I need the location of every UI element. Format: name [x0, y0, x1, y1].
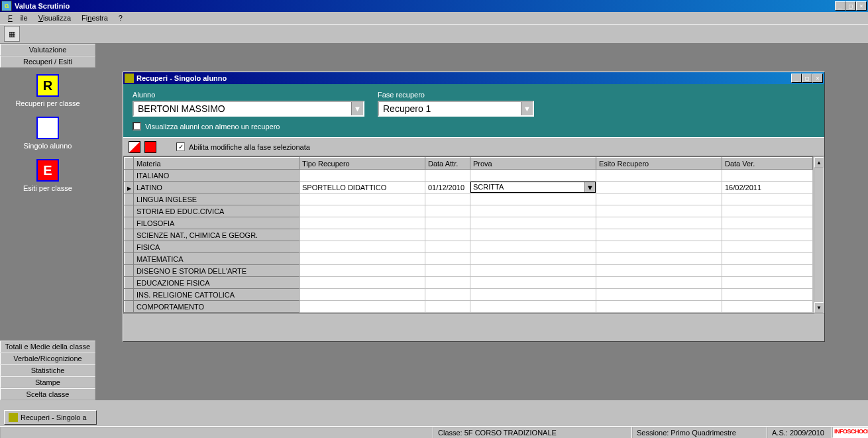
cell-tipo[interactable] [299, 241, 425, 253]
cell-data-ver[interactable] [722, 253, 813, 265]
table-row[interactable]: INS. RELIGIONE CATTOLICA [125, 289, 813, 301]
cell-esito[interactable] [596, 289, 722, 301]
cell-prova[interactable] [470, 301, 596, 313]
cell-materia[interactable]: SCIENZE NAT., CHIMICA E GEOGR. [134, 229, 299, 241]
table-row[interactable]: DISEGNO E STORIA DELL'ARTE [125, 265, 813, 277]
cell-prova[interactable] [470, 193, 596, 205]
cell-data-ver[interactable] [722, 217, 813, 229]
prova-combo[interactable]: SCRITTA▼ [470, 182, 596, 193]
sidebar-statistiche[interactable]: Statistiche [0, 364, 95, 376]
cell-prova[interactable]: SCRITTA▼ [470, 182, 596, 193]
dialog-minimize-button[interactable]: _ [791, 74, 802, 83]
cell-esito[interactable] [596, 205, 722, 217]
cell-esito[interactable] [596, 241, 722, 253]
cell-materia[interactable]: MATEMATICA [134, 253, 299, 265]
cell-data-attr[interactable] [425, 241, 470, 253]
cell-prova[interactable] [470, 170, 596, 182]
cell-data-attr[interactable] [425, 253, 470, 265]
menu-visualizza[interactable]: Visualizza [34, 13, 75, 23]
cell-data-attr[interactable] [425, 193, 470, 205]
sidebar-item-singolo-alunno[interactable]: 123 Singolo alunno [0, 117, 95, 150]
cell-prova[interactable] [470, 241, 596, 253]
cell-tipo[interactable] [299, 205, 425, 217]
fase-combo[interactable]: Recupero 1 ▼ [378, 101, 534, 117]
sidebar-scelta-classe[interactable]: Scelta classe [0, 388, 95, 400]
cell-data-attr[interactable] [425, 289, 470, 301]
cell-esito[interactable] [596, 217, 722, 229]
cell-data-ver[interactable] [722, 277, 813, 289]
cell-prova[interactable] [470, 205, 596, 217]
col-esito[interactable]: Esito Recupero [596, 158, 722, 170]
col-tipo[interactable]: Tipo Recupero [299, 158, 425, 170]
table-row[interactable]: FILOSOFIA [125, 217, 813, 229]
cell-tipo[interactable] [299, 193, 425, 205]
menu-file[interactable]: File [4, 13, 32, 23]
cell-materia[interactable]: LINGUA INGLESE [134, 193, 299, 205]
cell-materia[interactable]: STORIA ED EDUC.CIVICA [134, 205, 299, 217]
menu-help[interactable]: ? [115, 13, 127, 23]
cell-tipo[interactable] [299, 301, 425, 313]
cell-esito[interactable] [596, 193, 722, 205]
table-row[interactable]: STORIA ED EDUC.CIVICA [125, 205, 813, 217]
abilita-checkbox[interactable]: ✓ [176, 142, 185, 151]
row-header[interactable] [125, 193, 134, 205]
cell-data-ver[interactable] [722, 170, 813, 182]
cell-tipo[interactable] [299, 289, 425, 301]
cell-materia[interactable]: FISICA [134, 241, 299, 253]
row-header[interactable] [125, 289, 134, 301]
sidebar-recuperi-esiti[interactable]: Recuperi / Esiti [0, 56, 95, 68]
sidebar-item-esiti-classe[interactable]: E Esiti per classe [0, 159, 95, 192]
cell-tipo[interactable] [299, 253, 425, 265]
cell-data-ver[interactable] [722, 229, 813, 241]
cell-data-attr[interactable] [425, 277, 470, 289]
dropdown-arrow-icon[interactable]: ▼ [584, 182, 595, 192]
col-prova[interactable]: Prova [470, 158, 596, 170]
scroll-down-icon[interactable]: ▼ [814, 302, 824, 313]
cell-prova[interactable] [470, 253, 596, 265]
vertical-scrollbar[interactable]: ▲ ▼ [814, 156, 824, 313]
cell-materia[interactable]: EDUCAZIONE FISICA [134, 277, 299, 289]
cell-esito[interactable] [596, 182, 722, 193]
dropdown-arrow-icon[interactable]: ▼ [351, 102, 363, 115]
menu-finestra[interactable]: Finestra [78, 13, 112, 23]
cell-materia[interactable]: FILOSOFIA [134, 217, 299, 229]
row-header[interactable] [125, 265, 134, 277]
scroll-up-icon[interactable]: ▲ [814, 157, 824, 168]
cell-data-ver[interactable] [722, 241, 813, 253]
cell-tipo[interactable] [299, 277, 425, 289]
sidebar-item-recuperi-classe[interactable]: R Recuperi per classe [0, 74, 95, 107]
sidebar-stampe[interactable]: Stampe [0, 376, 95, 388]
row-header[interactable] [125, 217, 134, 229]
cell-data-attr[interactable] [425, 217, 470, 229]
cell-esito[interactable] [596, 265, 722, 277]
cell-data-ver[interactable] [722, 265, 813, 277]
table-row[interactable]: FISICA [125, 241, 813, 253]
cell-data-ver[interactable] [722, 205, 813, 217]
col-materia[interactable]: Materia [134, 158, 299, 170]
cell-materia[interactable]: ITALIANO [134, 170, 299, 182]
row-header[interactable] [125, 241, 134, 253]
visualizza-checkbox[interactable] [133, 122, 141, 131]
cell-prova[interactable] [470, 277, 596, 289]
cell-data-attr[interactable] [425, 301, 470, 313]
row-header[interactable] [125, 253, 134, 265]
cell-tipo[interactable] [299, 229, 425, 241]
task-tab[interactable]: Recuperi - Singolo a [4, 410, 97, 425]
col-data-attr[interactable]: Data Attr. [425, 158, 470, 170]
row-header[interactable] [125, 301, 134, 313]
cell-esito[interactable] [596, 301, 722, 313]
toggle-icon-2[interactable] [144, 141, 156, 153]
cell-data-ver[interactable] [722, 289, 813, 301]
cell-tipo[interactable] [299, 265, 425, 277]
dropdown-arrow-icon[interactable]: ▼ [521, 102, 533, 115]
data-grid[interactable]: Materia Tipo Recupero Data Attr. Prova E… [123, 156, 814, 313]
row-header[interactable] [125, 205, 134, 217]
cell-data-ver[interactable] [722, 193, 813, 205]
table-row[interactable]: MATEMATICA [125, 253, 813, 265]
cell-materia[interactable]: DISEGNO E STORIA DELL'ARTE [134, 265, 299, 277]
cell-materia[interactable]: INS. RELIGIONE CATTOLICA [134, 289, 299, 301]
cell-data-attr[interactable]: 01/12/2010 [425, 182, 470, 193]
minimize-button[interactable]: _ [835, 1, 845, 11]
cell-tipo[interactable] [299, 170, 425, 182]
row-header[interactable] [125, 182, 134, 193]
